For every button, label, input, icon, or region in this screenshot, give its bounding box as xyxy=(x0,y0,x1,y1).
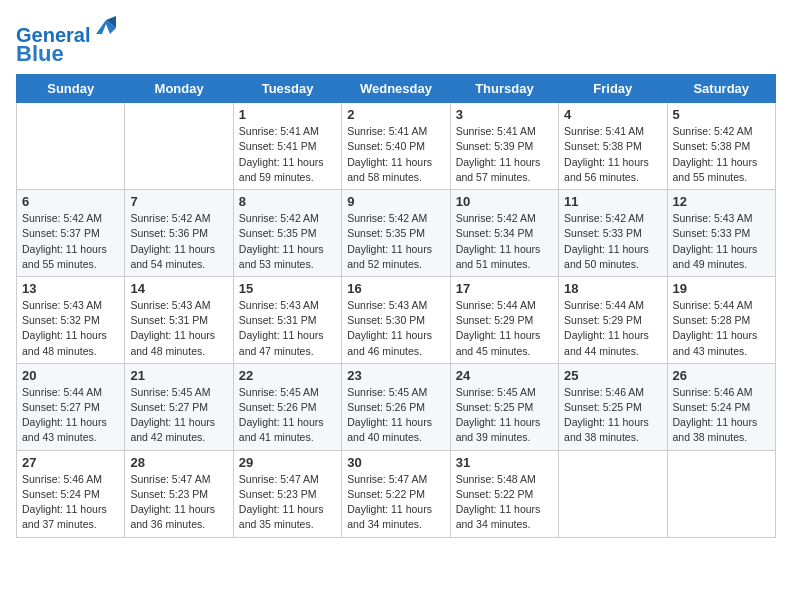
day-number: 31 xyxy=(456,455,553,470)
cell-info: Sunrise: 5:43 AMSunset: 5:30 PMDaylight:… xyxy=(347,298,444,359)
day-number: 26 xyxy=(673,368,770,383)
cell-info: Sunrise: 5:43 AMSunset: 5:31 PMDaylight:… xyxy=(130,298,227,359)
day-number: 2 xyxy=(347,107,444,122)
calendar-cell: 5Sunrise: 5:42 AMSunset: 5:38 PMDaylight… xyxy=(667,103,775,190)
calendar-cell xyxy=(125,103,233,190)
week-row-5: 27Sunrise: 5:46 AMSunset: 5:24 PMDayligh… xyxy=(17,450,776,537)
cell-info: Sunrise: 5:41 AMSunset: 5:40 PMDaylight:… xyxy=(347,124,444,185)
day-number: 4 xyxy=(564,107,661,122)
cell-info: Sunrise: 5:43 AMSunset: 5:32 PMDaylight:… xyxy=(22,298,119,359)
day-number: 15 xyxy=(239,281,336,296)
day-number: 25 xyxy=(564,368,661,383)
calendar-cell: 2Sunrise: 5:41 AMSunset: 5:40 PMDaylight… xyxy=(342,103,450,190)
col-header-monday: Monday xyxy=(125,75,233,103)
day-number: 24 xyxy=(456,368,553,383)
day-number: 10 xyxy=(456,194,553,209)
calendar-cell xyxy=(667,450,775,537)
week-row-1: 1Sunrise: 5:41 AMSunset: 5:41 PMDaylight… xyxy=(17,103,776,190)
calendar-cell: 8Sunrise: 5:42 AMSunset: 5:35 PMDaylight… xyxy=(233,190,341,277)
calendar-cell: 10Sunrise: 5:42 AMSunset: 5:34 PMDayligh… xyxy=(450,190,558,277)
day-number: 8 xyxy=(239,194,336,209)
day-number: 30 xyxy=(347,455,444,470)
day-number: 28 xyxy=(130,455,227,470)
calendar-cell: 14Sunrise: 5:43 AMSunset: 5:31 PMDayligh… xyxy=(125,276,233,363)
calendar-cell: 29Sunrise: 5:47 AMSunset: 5:23 PMDayligh… xyxy=(233,450,341,537)
page: General Blue SundayMondayTuesdayWednesda… xyxy=(0,0,792,612)
calendar-cell: 12Sunrise: 5:43 AMSunset: 5:33 PMDayligh… xyxy=(667,190,775,277)
calendar-cell: 16Sunrise: 5:43 AMSunset: 5:30 PMDayligh… xyxy=(342,276,450,363)
calendar-cell: 24Sunrise: 5:45 AMSunset: 5:25 PMDayligh… xyxy=(450,363,558,450)
logo-bird-icon xyxy=(92,14,120,42)
cell-info: Sunrise: 5:44 AMSunset: 5:28 PMDaylight:… xyxy=(673,298,770,359)
calendar-cell xyxy=(17,103,125,190)
calendar-cell: 3Sunrise: 5:41 AMSunset: 5:39 PMDaylight… xyxy=(450,103,558,190)
cell-info: Sunrise: 5:47 AMSunset: 5:23 PMDaylight:… xyxy=(130,472,227,533)
day-number: 29 xyxy=(239,455,336,470)
cell-info: Sunrise: 5:42 AMSunset: 5:37 PMDaylight:… xyxy=(22,211,119,272)
cell-info: Sunrise: 5:41 AMSunset: 5:41 PMDaylight:… xyxy=(239,124,336,185)
day-number: 20 xyxy=(22,368,119,383)
cell-info: Sunrise: 5:41 AMSunset: 5:38 PMDaylight:… xyxy=(564,124,661,185)
day-number: 12 xyxy=(673,194,770,209)
cell-info: Sunrise: 5:44 AMSunset: 5:29 PMDaylight:… xyxy=(564,298,661,359)
day-number: 23 xyxy=(347,368,444,383)
day-number: 19 xyxy=(673,281,770,296)
cell-info: Sunrise: 5:44 AMSunset: 5:27 PMDaylight:… xyxy=(22,385,119,446)
day-number: 21 xyxy=(130,368,227,383)
week-row-3: 13Sunrise: 5:43 AMSunset: 5:32 PMDayligh… xyxy=(17,276,776,363)
day-number: 5 xyxy=(673,107,770,122)
col-header-saturday: Saturday xyxy=(667,75,775,103)
cell-info: Sunrise: 5:42 AMSunset: 5:35 PMDaylight:… xyxy=(239,211,336,272)
header: General Blue xyxy=(16,10,776,66)
cell-info: Sunrise: 5:45 AMSunset: 5:26 PMDaylight:… xyxy=(347,385,444,446)
cell-info: Sunrise: 5:41 AMSunset: 5:39 PMDaylight:… xyxy=(456,124,553,185)
calendar-cell: 13Sunrise: 5:43 AMSunset: 5:32 PMDayligh… xyxy=(17,276,125,363)
day-number: 9 xyxy=(347,194,444,209)
calendar-cell: 9Sunrise: 5:42 AMSunset: 5:35 PMDaylight… xyxy=(342,190,450,277)
cell-info: Sunrise: 5:42 AMSunset: 5:36 PMDaylight:… xyxy=(130,211,227,272)
cell-info: Sunrise: 5:42 AMSunset: 5:38 PMDaylight:… xyxy=(673,124,770,185)
cell-info: Sunrise: 5:46 AMSunset: 5:24 PMDaylight:… xyxy=(22,472,119,533)
calendar-cell: 19Sunrise: 5:44 AMSunset: 5:28 PMDayligh… xyxy=(667,276,775,363)
calendar-cell: 28Sunrise: 5:47 AMSunset: 5:23 PMDayligh… xyxy=(125,450,233,537)
cell-info: Sunrise: 5:46 AMSunset: 5:24 PMDaylight:… xyxy=(673,385,770,446)
calendar-header-row: SundayMondayTuesdayWednesdayThursdayFrid… xyxy=(17,75,776,103)
cell-info: Sunrise: 5:47 AMSunset: 5:23 PMDaylight:… xyxy=(239,472,336,533)
calendar-cell: 4Sunrise: 5:41 AMSunset: 5:38 PMDaylight… xyxy=(559,103,667,190)
calendar-cell: 18Sunrise: 5:44 AMSunset: 5:29 PMDayligh… xyxy=(559,276,667,363)
col-header-wednesday: Wednesday xyxy=(342,75,450,103)
calendar-cell: 1Sunrise: 5:41 AMSunset: 5:41 PMDaylight… xyxy=(233,103,341,190)
calendar-cell: 22Sunrise: 5:45 AMSunset: 5:26 PMDayligh… xyxy=(233,363,341,450)
calendar-table: SundayMondayTuesdayWednesdayThursdayFrid… xyxy=(16,74,776,537)
day-number: 3 xyxy=(456,107,553,122)
cell-info: Sunrise: 5:48 AMSunset: 5:22 PMDaylight:… xyxy=(456,472,553,533)
calendar-cell: 15Sunrise: 5:43 AMSunset: 5:31 PMDayligh… xyxy=(233,276,341,363)
cell-info: Sunrise: 5:42 AMSunset: 5:34 PMDaylight:… xyxy=(456,211,553,272)
col-header-tuesday: Tuesday xyxy=(233,75,341,103)
cell-info: Sunrise: 5:42 AMSunset: 5:35 PMDaylight:… xyxy=(347,211,444,272)
day-number: 17 xyxy=(456,281,553,296)
calendar-cell: 30Sunrise: 5:47 AMSunset: 5:22 PMDayligh… xyxy=(342,450,450,537)
calendar-cell: 6Sunrise: 5:42 AMSunset: 5:37 PMDaylight… xyxy=(17,190,125,277)
week-row-2: 6Sunrise: 5:42 AMSunset: 5:37 PMDaylight… xyxy=(17,190,776,277)
calendar-cell: 20Sunrise: 5:44 AMSunset: 5:27 PMDayligh… xyxy=(17,363,125,450)
calendar-cell xyxy=(559,450,667,537)
cell-info: Sunrise: 5:45 AMSunset: 5:27 PMDaylight:… xyxy=(130,385,227,446)
day-number: 7 xyxy=(130,194,227,209)
week-row-4: 20Sunrise: 5:44 AMSunset: 5:27 PMDayligh… xyxy=(17,363,776,450)
col-header-sunday: Sunday xyxy=(17,75,125,103)
calendar-cell: 23Sunrise: 5:45 AMSunset: 5:26 PMDayligh… xyxy=(342,363,450,450)
cell-info: Sunrise: 5:43 AMSunset: 5:31 PMDaylight:… xyxy=(239,298,336,359)
logo: General Blue xyxy=(16,14,120,66)
calendar-cell: 11Sunrise: 5:42 AMSunset: 5:33 PMDayligh… xyxy=(559,190,667,277)
calendar-cell: 17Sunrise: 5:44 AMSunset: 5:29 PMDayligh… xyxy=(450,276,558,363)
calendar-cell: 7Sunrise: 5:42 AMSunset: 5:36 PMDaylight… xyxy=(125,190,233,277)
calendar-cell: 21Sunrise: 5:45 AMSunset: 5:27 PMDayligh… xyxy=(125,363,233,450)
cell-info: Sunrise: 5:46 AMSunset: 5:25 PMDaylight:… xyxy=(564,385,661,446)
cell-info: Sunrise: 5:45 AMSunset: 5:26 PMDaylight:… xyxy=(239,385,336,446)
calendar-cell: 26Sunrise: 5:46 AMSunset: 5:24 PMDayligh… xyxy=(667,363,775,450)
day-number: 1 xyxy=(239,107,336,122)
day-number: 22 xyxy=(239,368,336,383)
day-number: 18 xyxy=(564,281,661,296)
day-number: 13 xyxy=(22,281,119,296)
